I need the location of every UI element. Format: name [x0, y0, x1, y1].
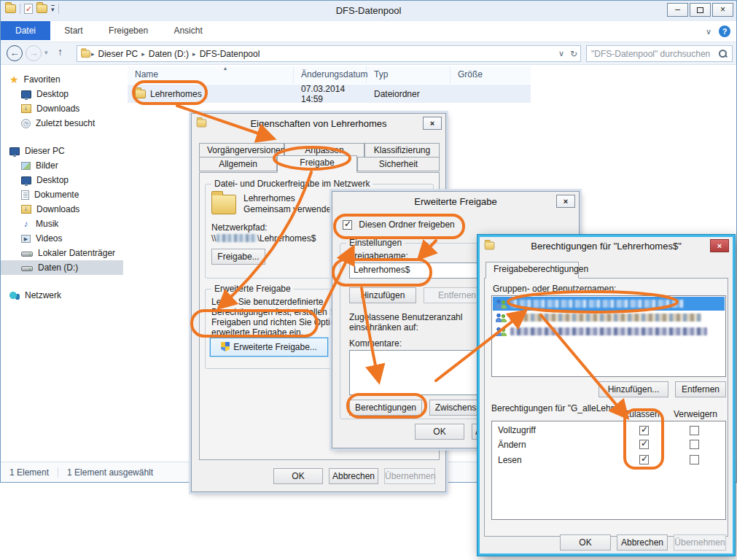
sidebar-label: Favoriten [24, 74, 61, 85]
erweiterte-freigabe-button[interactable]: Erweiterte Freigabe... [210, 338, 328, 357]
drive-icon [21, 252, 33, 257]
close-icon[interactable]: × [423, 117, 442, 130]
sidebar-item-videos[interactable]: ▶Videos [1, 231, 123, 246]
cancel-button[interactable]: Abbrechen [617, 534, 668, 551]
tab-klassifizierung[interactable]: Klassifizierung [364, 143, 440, 158]
ribbon-collapse-icon[interactable]: ∨ [706, 27, 711, 36]
add-share-button[interactable]: Hinzufügen [349, 287, 416, 303]
tab-freigabeberechtigungen[interactable]: Freigabeberechtigungen [486, 262, 579, 279]
forward-button[interactable]: → [26, 45, 42, 61]
properties-title-bar[interactable]: Eigenschaften von Lehrerhomes × [192, 114, 445, 133]
tab-vorgaengerversionen[interactable]: Vorgängerversionen [199, 143, 284, 158]
column-header-typ[interactable]: Typ [367, 66, 451, 84]
breadcrumb-daten-d[interactable]: Daten (D:) [145, 49, 192, 59]
recent-locations-icon[interactable]: ▾ [44, 49, 48, 56]
close-button[interactable]: × [712, 3, 733, 17]
quick-access-toolbar: ▾ [5, 4, 59, 14]
ok-button[interactable]: OK [415, 424, 464, 440]
sidebar-item-bilder[interactable]: Bilder [1, 158, 123, 173]
sidebar-item-zuletzt-besucht[interactable]: ◷Zuletzt besucht [1, 116, 123, 131]
sidebar-item-desktop-fav[interactable]: Desktop [1, 87, 123, 101]
permission-row-vollzugriff: Vollzugriff [492, 421, 725, 437]
properties-quick-icon[interactable] [24, 4, 33, 14]
tab-allgemein[interactable]: Allgemein [199, 157, 277, 171]
window-controls: – × [667, 3, 733, 17]
close-icon[interactable]: × [710, 239, 729, 252]
breadcrumb-dfs-datenpool[interactable]: DFS-Datenpool [196, 49, 264, 59]
column-header-name[interactable]: Name▴ [128, 66, 294, 84]
add-user-button[interactable]: Hinzufügen... [598, 381, 668, 397]
group-entry-selected[interactable] [493, 297, 725, 311]
tab-freigeben[interactable]: Freigeben [97, 21, 160, 40]
sidebar-item-musik[interactable]: ♪Musik [1, 217, 123, 231]
advanced-title-bar[interactable]: Erweiterte Freigabe × [332, 192, 579, 211]
network-path-value: \\\Lehrerhomes$ [211, 233, 316, 244]
permissions-button[interactable]: Berechtigungen [349, 400, 422, 416]
ok-button[interactable]: OK [560, 534, 611, 551]
sidebar-item-daten-d[interactable]: Daten (D:) [1, 260, 123, 275]
file-type: Dateiordner [367, 89, 451, 99]
group-user-listbox[interactable] [491, 295, 726, 377]
deny-checkbox-aendern[interactable] [690, 440, 699, 449]
new-folder-quick-icon[interactable] [36, 4, 47, 13]
help-icon[interactable]: ? [719, 26, 730, 37]
tab-ansicht[interactable]: Ansicht [162, 21, 214, 40]
search-input[interactable]: "DFS-Datenpool" durchsuchen [586, 45, 733, 62]
file-row-lehrerhomes[interactable]: Lehrerhomes 07.03.2014 14:59 Dateiordner [128, 85, 531, 103]
deny-checkbox-lesen[interactable] [690, 455, 699, 464]
tab-start[interactable]: Start [52, 21, 94, 40]
checkbox-checked-icon[interactable] [343, 220, 352, 230]
permission-name: Vollzugriff [492, 425, 631, 435]
redacted-group-name [510, 327, 707, 335]
column-header-aenderungsdatum[interactable]: Änderungsdatum [294, 66, 367, 84]
group-title: Einstellungen [346, 238, 405, 248]
customize-toolbar-icon[interactable]: ▾ [51, 5, 55, 12]
cancel-button[interactable]: Abbrechen [329, 468, 378, 484]
breadcrumb-dieser-pc[interactable]: Dieser PC [95, 49, 142, 59]
address-dropdown-icon[interactable]: ∨ [558, 49, 564, 58]
window-folder-icon [5, 4, 16, 13]
redacted-server-name [217, 234, 257, 242]
apply-button[interactable]: Übernehmen [384, 468, 435, 484]
sidebar-section-netzwerk[interactable]: Netzwerk [1, 288, 123, 303]
search-icon[interactable] [719, 50, 728, 58]
remove-user-button[interactable]: Entfernen [675, 381, 726, 397]
tab-sicherheit[interactable]: Sicherheit [357, 157, 440, 171]
sidebar-item-lokaler-datentraeger[interactable]: Lokaler Datenträger [1, 246, 123, 260]
deny-checkbox-vollzugriff[interactable] [690, 426, 699, 435]
permission-name: Lesen [492, 455, 631, 465]
sidebar-item-downloads-fav[interactable]: Downloads [1, 101, 123, 116]
tab-datei[interactable]: Datei [1, 21, 50, 40]
tab-freigabe[interactable]: Freigabe [277, 155, 357, 173]
redacted-group-name [510, 300, 684, 308]
sidebar-item-desktop[interactable]: Desktop [1, 173, 123, 187]
column-header-groesse[interactable]: Größe [451, 66, 520, 84]
sidebar-label: Videos [36, 233, 62, 244]
group-entry[interactable] [493, 311, 725, 324]
refresh-icon[interactable]: ↻ [570, 49, 577, 59]
sidebar-label: Musik [36, 219, 58, 229]
title-bar[interactable]: DFS-Datenpool ▾ – × [1, 1, 736, 21]
permissions-title-bar[interactable]: Berechtigungen für "Lehrerhomes$" × [480, 237, 733, 254]
allow-checkbox-vollzugriff[interactable] [639, 426, 649, 435]
apply-button[interactable]: Übernehmen [674, 534, 726, 551]
close-icon[interactable]: × [556, 195, 575, 208]
address-bar[interactable]: ▸ Dieser PC ▸ Daten (D:) ▸ DFS-Datenpool… [77, 45, 581, 62]
permissions-dialog: Berechtigungen für "Lehrerhomes$" × Frei… [477, 235, 735, 556]
column-header-row: Name▴ Änderungsdatum Typ Größe [128, 66, 531, 84]
sidebar-section-dieser-pc[interactable]: Dieser PC [1, 144, 123, 158]
sidebar-item-dokumente[interactable]: Dokumente [1, 187, 123, 202]
allow-checkbox-lesen[interactable] [639, 455, 649, 464]
sidebar-item-downloads[interactable]: Downloads [1, 202, 123, 217]
up-button[interactable]: ↑ [58, 46, 63, 58]
maximize-button[interactable] [690, 3, 711, 17]
minimize-button[interactable]: – [667, 3, 688, 17]
sidebar-label: Bilder [36, 160, 58, 171]
allow-checkbox-aendern[interactable] [639, 440, 649, 449]
back-button[interactable]: ← [7, 45, 23, 61]
group-entry[interactable] [493, 324, 725, 338]
sidebar-section-favoriten[interactable]: ★Favoriten [1, 72, 123, 87]
share-folder-checkbox[interactable]: Diesen Ordner freigeben [343, 219, 455, 230]
ok-button[interactable]: OK [273, 468, 323, 484]
freigabe-button[interactable]: Freigabe... [211, 249, 265, 265]
